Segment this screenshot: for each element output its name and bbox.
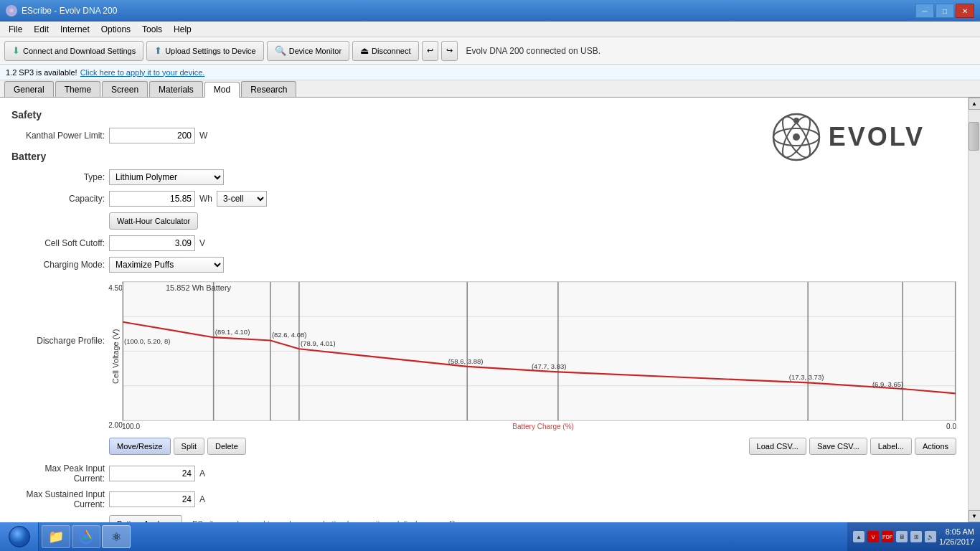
load-csv-button[interactable]: Load CSV... <box>749 438 806 455</box>
cell-cutoff-input[interactable] <box>109 235 195 251</box>
kanthal-unit: W <box>199 131 207 141</box>
kanthal-input[interactable] <box>109 128 195 143</box>
x-axis-values: 100.0 Battery Charge (%) 0.0 <box>122 421 956 432</box>
y-axis-max: 4.50 <box>108 284 122 292</box>
start-orb <box>9 526 30 547</box>
taskbar-escribe[interactable]: ⚛ <box>102 525 131 548</box>
kanthal-label: Kanthal Power Limit: <box>11 131 105 141</box>
capacity-input[interactable] <box>109 191 195 207</box>
main-content: EVOLV Safety Kanthal Power Limit: W Batt… <box>0 98 980 522</box>
actions-button[interactable]: Actions <box>915 438 956 455</box>
content-panel: EVOLV Safety Kanthal Power Limit: W Batt… <box>0 98 968 522</box>
capacity-row: Capacity: Wh 3-cell 1-cell 2-cell <box>11 191 956 207</box>
device-monitor-button[interactable]: 🔍 Device Monitor <box>267 41 349 61</box>
update-link[interactable]: Click here to apply it to your device. <box>80 68 205 77</box>
clock-date: 1/26/2017 <box>939 537 974 547</box>
cell-select[interactable]: 3-cell 1-cell 2-cell <box>217 191 267 207</box>
svg-text:(100.0, 5.20, 8): (100.0, 5.20, 8) <box>124 337 170 345</box>
scroll-down-button[interactable]: ▼ <box>969 510 981 522</box>
disconnect-button[interactable]: ⏏ Disconnect <box>352 41 418 61</box>
discharge-profile-section: Discharge Profile: 4.50 Cell Voltage (V)… <box>11 278 956 461</box>
update-banner: 1.2 SP3 is available! Click here to appl… <box>0 65 980 80</box>
toolbar: ⬇ Connect and Download Settings ⬆ Upload… <box>0 37 980 65</box>
delete-button[interactable]: Delete <box>207 438 246 455</box>
tab-mod[interactable]: Mod <box>204 82 240 98</box>
close-button[interactable]: ✕ <box>956 4 974 18</box>
cell-cutoff-unit: V <box>199 238 205 248</box>
label-button[interactable]: Label... <box>870 438 912 455</box>
upload-settings-button[interactable]: ⬆ Upload Settings to Device <box>146 41 264 61</box>
evolv-logo-text: EVOLV <box>829 122 925 152</box>
tab-theme[interactable]: Theme <box>55 81 100 97</box>
y-axis-min: 2.00 <box>108 421 122 429</box>
menu-bar: File Edit Internet Options Tools Help <box>0 22 980 37</box>
tab-screen[interactable]: Screen <box>102 81 148 97</box>
tab-bar: General Theme Screen Materials Mod Resea… <box>0 80 980 98</box>
charging-mode-row: Charging Mode: Maximize Puffs Balanced M… <box>11 257 956 273</box>
notification-icon: ▲ <box>853 531 864 542</box>
battery-type-select[interactable]: Lithium Polymer Lithium Ion LiMn <box>109 169 224 185</box>
discharge-chart[interactable]: (100.0, 5.20, 8) (89.1, 4.10) (82.6, 4.0… <box>122 281 956 421</box>
x-axis-end: 0.0 <box>946 423 956 430</box>
explorer-icon: 📁 <box>48 529 64 545</box>
battery-analyzer-button[interactable]: Battery Analyzer <box>109 515 182 522</box>
menu-help[interactable]: Help <box>168 23 197 36</box>
move-resize-button[interactable]: Move/Resize <box>109 438 171 455</box>
scroll-up-button[interactable]: ▲ <box>969 98 981 110</box>
charging-mode-select[interactable]: Maximize Puffs Balanced Maximize Life <box>109 257 224 273</box>
battery-type-label: Type: <box>11 172 105 182</box>
maximize-button[interactable]: □ <box>936 4 954 18</box>
menu-options[interactable]: Options <box>95 23 136 36</box>
clock-time: 8:05 AM <box>939 527 974 537</box>
svg-text:(82.6, 4.08): (82.6, 4.08) <box>272 331 307 339</box>
battery-analyzer-row: Battery Analyzer EScribe can be used to … <box>11 515 956 522</box>
svg-text:(89.1, 4.10): (89.1, 4.10) <box>215 328 250 336</box>
undo-button[interactable]: ↩ <box>422 41 438 61</box>
logo-area: EVOLV <box>771 112 925 162</box>
escribe-icon: ⚛ <box>111 530 121 544</box>
svg-text:(58.6, 3.88): (58.6, 3.88) <box>448 357 484 365</box>
minimize-button[interactable]: ─ <box>915 4 934 18</box>
pdf-icon: PDF <box>882 531 893 542</box>
menu-edit[interactable]: Edit <box>28 23 55 36</box>
svg-text:(6.9, 3.65): (6.9, 3.65) <box>872 380 903 388</box>
save-csv-button[interactable]: Save CSV... <box>809 438 867 455</box>
capacity-unit: Wh <box>199 194 212 204</box>
discharge-profile-label: Discharge Profile: <box>11 278 105 346</box>
svg-text:(78.9, 4.01): (78.9, 4.01) <box>301 339 336 347</box>
clock: 8:05 AM 1/26/2017 <box>939 527 974 547</box>
title-bar-text: EScribe - Evolv DNA 200 <box>22 6 117 16</box>
update-text: 1.2 SP3 is available! <box>6 68 77 77</box>
charging-mode-label: Charging Mode: <box>11 260 105 270</box>
menu-file[interactable]: File <box>3 23 28 36</box>
connect-download-button[interactable]: ⬇ Connect and Download Settings <box>4 41 143 61</box>
tab-general[interactable]: General <box>4 81 54 97</box>
redo-button[interactable]: ↪ <box>441 41 458 61</box>
scrollbar-thumb[interactable] <box>969 122 979 151</box>
max-peak-input[interactable] <box>109 466 195 481</box>
x-axis-center-label: Battery Charge (%) <box>512 423 574 430</box>
evolv-logo-icon <box>771 112 821 162</box>
taskbar: 📁 ⚛ ▲ V PDF 🖥 ⊞ 🔊 8:05 AM 1/26/2017 <box>0 522 980 551</box>
start-button[interactable] <box>0 522 39 551</box>
watt-hour-calculator-button[interactable]: Watt-Hour Calculator <box>109 212 198 230</box>
tab-materials[interactable]: Materials <box>149 81 203 97</box>
util-icon: 🖥 <box>896 531 908 542</box>
split-button[interactable]: Split <box>174 438 204 455</box>
menu-tools[interactable]: Tools <box>136 23 168 36</box>
chart-actions-row: Move/Resize Split Delete Load CSV... Sav… <box>109 438 956 455</box>
title-bar: ⚛ EScribe - Evolv DNA 200 ─ □ ✕ <box>0 0 980 22</box>
menu-internet[interactable]: Internet <box>55 23 95 36</box>
svg-text:(47.7, 3.83): (47.7, 3.83) <box>532 362 567 370</box>
tab-research[interactable]: Research <box>241 81 296 97</box>
taskbar-chrome[interactable] <box>72 525 100 548</box>
max-sustained-current-row: Max Sustained Input Current: A <box>11 489 956 509</box>
discharge-chart-container: 4.50 Cell Voltage (V) 2.00 <box>109 281 956 432</box>
taskbar-explorer[interactable]: 📁 <box>42 525 70 548</box>
max-peak-unit: A <box>199 468 205 479</box>
y-axis-label: Cell Voltage (V) <box>110 295 121 418</box>
scrollbar: ▲ ▼ <box>968 98 980 522</box>
upload-icon: ⬆ <box>154 45 162 56</box>
max-sustained-input[interactable] <box>109 491 195 507</box>
cell-cutoff-label: Cell Soft Cutoff: <box>11 238 105 248</box>
